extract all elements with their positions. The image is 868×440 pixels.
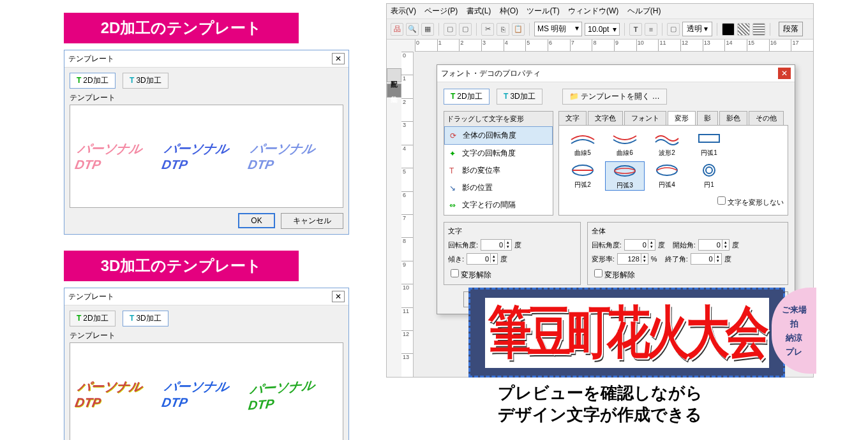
spin-down-icon[interactable]: ▾ [504, 244, 511, 249]
tool-icon[interactable]: ▢ [444, 23, 456, 36]
grid-icon[interactable]: ▦ [421, 23, 434, 36]
shape-arc3[interactable]: 円弧3 [605, 161, 645, 191]
shape-wave2[interactable]: 波形2 [647, 129, 687, 158]
tab-text-color[interactable]: 文字色 [588, 111, 623, 125]
tab-3d[interactable]: T3D加工 [497, 89, 542, 105]
open-template-button[interactable]: 📁 テンプレートを開く … [562, 89, 667, 105]
start-angle-input[interactable]: ▴▾ [698, 239, 730, 251]
unit: 度 [658, 240, 665, 250]
text-tool-icon[interactable]: T [629, 23, 642, 36]
drag-item-shadow-pos[interactable]: ↘影の位置 [444, 179, 553, 196]
sample-text-3[interactable]: パーソナルDTP [247, 140, 339, 172]
tab-shadow-color[interactable]: 影色 [719, 111, 747, 125]
svg-point-4 [657, 165, 677, 175]
svg-point-3 [615, 168, 635, 173]
tool-icon[interactable]: ≡ [645, 23, 657, 36]
shape-curve5[interactable]: 曲線5 [563, 129, 602, 158]
tab-text[interactable]: 文字 [558, 111, 587, 125]
tool-icon[interactable]: ▢ [667, 23, 680, 36]
sample-text-2[interactable]: パーソナルDTP [160, 140, 252, 172]
transparency-select[interactable]: 透明 ▾ [682, 22, 712, 36]
sample-text-3[interactable]: パーソナルDTP [248, 375, 338, 413]
tab-font[interactable]: フォント [624, 111, 666, 125]
menu-format[interactable]: 書式(L) [467, 6, 491, 15]
end-angle-input[interactable]: ▴▾ [691, 253, 722, 265]
menu-page[interactable]: ページ(P) [424, 6, 458, 15]
tab-3d[interactable]: T3D加工 [123, 311, 168, 326]
drag-item-spacing[interactable]: ⇔文字と行の間隔 [444, 196, 553, 214]
menu-frame[interactable]: 枠(O) [500, 6, 518, 15]
tab-3d[interactable]: T3D加工 [123, 73, 168, 89]
tab-other[interactable]: その他 [749, 111, 784, 125]
template-preview-canvas[interactable]: パーソナルDTP パーソナルDTP パーソナルDTP [70, 342, 343, 440]
close-icon[interactable]: ✕ [332, 291, 345, 302]
size-select[interactable]: 10.0pt▾ [585, 23, 620, 36]
tab-shadow[interactable]: 影 [697, 111, 718, 125]
shape-arc4[interactable]: 円弧4 [647, 161, 687, 191]
unit: 度 [724, 254, 731, 264]
application-window: 表示(V) ページ(P) 書式(L) 枠(O) ツール(T) ウィンドウ(W) … [386, 3, 814, 378]
close-icon[interactable]: ✕ [332, 53, 345, 64]
rotation-input[interactable]: ▴▾ [624, 239, 655, 251]
shape-curve6[interactable]: 曲線6 [605, 129, 645, 158]
spin-down-icon[interactable]: ▾ [714, 258, 721, 263]
paste-icon[interactable]: 📋 [512, 23, 525, 36]
copy-icon[interactable]: ⎘ [497, 23, 509, 36]
side-tab-edit[interactable]: 編集 [387, 84, 401, 98]
color-icon[interactable] [722, 23, 735, 36]
tool-icon[interactable]: ▢ [459, 23, 472, 36]
sample-text-1[interactable]: パーソナルDTP [74, 140, 166, 172]
drag-item-char-rotation[interactable]: ✦文字の回転角度 [444, 145, 553, 162]
pattern-icon[interactable] [752, 23, 765, 36]
horizontal-ruler[interactable]: 01234567891011121314151617 [415, 40, 813, 52]
tilt-input[interactable]: ▴▾ [467, 253, 498, 265]
ok-button[interactable]: OK [238, 213, 274, 228]
shape-circle1[interactable]: 円1 [689, 161, 729, 191]
drag-transform-list: ドラッグして文字を変形 ⟳全体の回転角度 ✦文字の回転角度 T影の変位率 ↘影の… [444, 111, 553, 216]
shape-arc1[interactable]: 円弧1 [689, 129, 729, 158]
tool-icon[interactable]: 🔍 [406, 23, 419, 36]
toolbar: 品 🔍 ▦ ▢ ▢ ✂ ⎘ 📋 MS 明朝▾ 10.0pt▾ T ≡ ▢ 透明 … [387, 19, 813, 40]
spin-down-icon[interactable]: ▾ [648, 244, 655, 249]
unit: 度 [514, 240, 521, 250]
cancel-button[interactable]: キャンセル [281, 213, 343, 229]
group-header: 全体 [592, 226, 784, 236]
no-deform-checkbox[interactable]: 文字を変形しない [715, 194, 784, 207]
chevron-down-icon: ▾ [613, 25, 617, 34]
drag-item-shadow-offset[interactable]: T影の変位率 [444, 162, 553, 179]
vertical-ruler[interactable]: 012345678910111213 [401, 52, 414, 377]
canvas-text-object[interactable]: 筆豆町花火大会 [468, 288, 785, 378]
rotation-input[interactable]: ▴▾ [481, 239, 512, 251]
t-icon: T [77, 314, 81, 323]
sample-text-1[interactable]: パーソナルDTP [74, 378, 166, 410]
template-preview-canvas[interactable]: パーソナルDTP パーソナルDTP パーソナルDTP [70, 105, 343, 208]
tab-2d[interactable]: T2D加工 [70, 311, 116, 326]
cut-icon[interactable]: ✂ [481, 23, 494, 36]
menu-help[interactable]: ヘルプ(H) [627, 6, 661, 15]
rate-input[interactable]: ▴▾ [617, 253, 648, 265]
oval-text: 拍 [790, 318, 798, 330]
font-select[interactable]: MS 明朝▾ [534, 22, 582, 36]
svg-point-6 [706, 167, 712, 173]
pattern-icon[interactable] [737, 23, 750, 36]
release-checkbox[interactable]: 変形解除 [592, 270, 635, 279]
menu-tool[interactable]: ツール(T) [527, 6, 559, 15]
separator [529, 23, 530, 36]
close-icon[interactable]: ✕ [778, 68, 791, 79]
tool-icon[interactable]: 品 [391, 23, 403, 36]
spin-down-icon[interactable]: ▾ [490, 258, 497, 263]
paragraph-button[interactable]: 段落 [779, 22, 803, 36]
tab-2d[interactable]: T2D加工 [444, 89, 490, 105]
menu-window[interactable]: ウィンドウ(W) [568, 6, 618, 15]
tab-transform[interactable]: 変形 [668, 111, 696, 125]
release-checkbox[interactable]: 変形解除 [448, 270, 491, 279]
sample-text-2[interactable]: パーソナルDTP [160, 378, 252, 410]
spin-down-icon[interactable]: ▾ [722, 244, 729, 249]
drag-item-rotation[interactable]: ⟳全体の回転角度 [444, 126, 553, 145]
unit: % [651, 255, 657, 263]
menu-view[interactable]: 表示(V) [391, 6, 416, 15]
spin-down-icon[interactable]: ▾ [641, 258, 648, 263]
tab-2d[interactable]: T2D加工 [70, 73, 116, 89]
shape-arc2[interactable]: 円弧2 [563, 161, 602, 191]
side-tab-layout[interactable]: 配置 [387, 68, 401, 82]
